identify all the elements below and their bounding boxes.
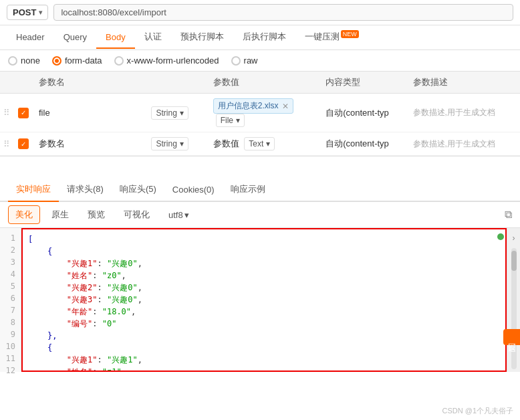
url-input[interactable] bbox=[53, 4, 513, 21]
subtab-beautify[interactable]: 美化 bbox=[8, 205, 40, 224]
check-icon: ✓ bbox=[18, 138, 29, 149]
check-col-header bbox=[13, 78, 33, 87]
radio-urlencoded[interactable]: x-www-form-urlencoded bbox=[114, 56, 219, 66]
param-type-2[interactable]: String ▾ bbox=[146, 132, 207, 155]
param-desc-file[interactable]: 参数描述,用于生成文档 bbox=[408, 102, 520, 123]
radio-circle-raw bbox=[231, 56, 241, 66]
new-badge: NEW bbox=[341, 30, 359, 38]
scrollbar-track[interactable] bbox=[511, 248, 517, 369]
radio-circle-urlencoded bbox=[114, 56, 124, 66]
string-badge-2[interactable]: String ▾ bbox=[151, 137, 188, 150]
param-type-file[interactable]: String ▾ bbox=[146, 102, 207, 124]
json-response-area: 123456789101112 [ { "兴趣1": "兴趣0", "姓名": … bbox=[0, 228, 520, 372]
scrollbar-thumb[interactable] bbox=[511, 251, 517, 271]
tab-stress-test[interactable]: 一键压测NEW bbox=[295, 25, 368, 49]
tab-response-headers[interactable]: 响应头(5) bbox=[112, 178, 164, 202]
file-tag: 用户信息表2.xlsx ✕ bbox=[213, 98, 294, 114]
string-badge[interactable]: String ▾ bbox=[151, 106, 188, 120]
drag-handle[interactable]: ⠿ bbox=[0, 134, 13, 154]
param-name-2[interactable]: 参数名 bbox=[33, 133, 146, 154]
text-type-badge[interactable]: Text ▾ bbox=[244, 138, 275, 148]
tab-realtime-response[interactable]: 实时响应 bbox=[8, 178, 59, 202]
response-tabs: 实时响应 请求头(8) 响应头(5) Cookies(0) 响应示例 bbox=[0, 178, 520, 202]
subtab-encoding[interactable]: utf8 ▾ bbox=[161, 207, 197, 223]
param-desc-2[interactable]: 参数描述,用于生成文档 bbox=[408, 134, 520, 154]
tab-query[interactable]: Query bbox=[54, 27, 96, 49]
radio-form-data[interactable]: form-data bbox=[52, 56, 102, 66]
params-table: 参数名 参数值 内容类型 参数描述 ⠿ ✓ file String ▾ 用户信息… bbox=[0, 72, 520, 156]
file-type-badge[interactable]: File ▾ bbox=[216, 115, 245, 125]
type-dropdown-arrow[interactable]: ▾ bbox=[180, 108, 184, 118]
table-row: ⠿ ✓ 参数名 String ▾ 参数值 Text ▾ 自动(content-t… bbox=[0, 132, 520, 156]
value-col-header: 参数值 bbox=[208, 72, 320, 93]
auto-type-2: 自动(content-typ bbox=[320, 133, 407, 154]
subtab-preview[interactable]: 预览 bbox=[80, 205, 112, 224]
param-value-file[interactable]: 用户信息表2.xlsx ✕ File ▾ bbox=[208, 94, 320, 132]
name-col-header: 参数名 bbox=[33, 72, 146, 93]
method-label: POST bbox=[13, 7, 36, 17]
method-selector[interactable]: POST ▾ bbox=[7, 5, 48, 20]
auto-type-file: 自动(content-typ bbox=[320, 102, 407, 124]
table-row: ⠿ ✓ file String ▾ 用户信息表2.xlsx ✕ File ▾ 自… bbox=[0, 94, 520, 132]
tab-body[interactable]: Body bbox=[96, 27, 135, 49]
param-value-2[interactable]: 参数值 Text ▾ bbox=[208, 132, 320, 155]
json-content[interactable]: [ { "兴趣1": "兴趣0", "姓名": "z0", "兴趣2": "兴趣… bbox=[21, 228, 507, 372]
radio-label-form-data: form-data bbox=[65, 56, 102, 66]
check-icon: ✓ bbox=[18, 108, 29, 118]
row-checkbox-1[interactable]: ✓ bbox=[13, 102, 33, 123]
watermark: CSDN @1个凡夫俗子 bbox=[442, 406, 513, 416]
tab-post-script[interactable]: 后执行脚本 bbox=[233, 25, 295, 49]
tab-cookies[interactable]: Cookies(0) bbox=[164, 179, 223, 201]
radio-circle-none bbox=[8, 56, 17, 66]
radio-label-urlencoded: x-www-form-urlencoded bbox=[127, 56, 219, 66]
subtab-visualize[interactable]: 可视化 bbox=[116, 205, 157, 224]
format-tabs: 美化 原生 预览 可视化 utf8 ▾ ⧉ bbox=[0, 202, 520, 228]
body-type-selector: none form-data x-www-form-urlencoded raw bbox=[0, 50, 520, 72]
tab-request-headers[interactable]: 请求头(8) bbox=[59, 178, 112, 202]
tab-auth[interactable]: 认证 bbox=[135, 25, 171, 49]
scroll-up-icon[interactable]: › bbox=[510, 231, 518, 245]
remove-file-icon[interactable]: ✕ bbox=[282, 102, 289, 111]
encoding-arrow[interactable]: ▾ bbox=[184, 210, 189, 220]
radio-circle-form-data bbox=[52, 56, 61, 66]
radio-label-none: none bbox=[21, 56, 40, 66]
tab-response-example[interactable]: 响应示例 bbox=[223, 178, 273, 202]
return-button[interactable]: 返回 bbox=[503, 329, 520, 345]
tab-header[interactable]: Header bbox=[7, 27, 54, 49]
file-name: 用户信息表2.xlsx bbox=[218, 100, 279, 112]
copy-icon[interactable]: ⧉ bbox=[505, 209, 512, 221]
radio-none[interactable]: none bbox=[8, 56, 40, 66]
radio-label-raw: raw bbox=[244, 56, 258, 66]
type-col-header bbox=[146, 78, 207, 87]
value-text-2: 参数值 bbox=[213, 138, 239, 148]
tab-pre-script[interactable]: 预执行脚本 bbox=[171, 25, 233, 49]
drag-handle[interactable]: ⠿ bbox=[0, 103, 13, 122]
spacer bbox=[0, 156, 520, 177]
subtab-raw[interactable]: 原生 bbox=[44, 205, 76, 224]
table-header-row: 参数名 参数值 内容类型 参数描述 bbox=[0, 72, 520, 94]
row-checkbox-2[interactable]: ✓ bbox=[13, 134, 33, 154]
line-numbers: 123456789101112 bbox=[0, 228, 21, 372]
content-type-col-header: 内容类型 bbox=[320, 72, 407, 93]
param-name-file[interactable]: file bbox=[33, 103, 146, 122]
type-badge-label-2: String bbox=[156, 139, 176, 148]
type-badge-label: String bbox=[156, 108, 176, 118]
method-arrow: ▾ bbox=[39, 9, 42, 16]
url-bar: POST ▾ bbox=[0, 0, 520, 25]
desc-col-header: 参数描述 bbox=[408, 72, 520, 93]
main-tabs: Header Query Body 认证 预执行脚本 后执行脚本 一键压测NEW bbox=[0, 25, 520, 50]
drag-col-header bbox=[0, 78, 13, 87]
right-panel: › bbox=[507, 228, 520, 372]
radio-raw[interactable]: raw bbox=[231, 56, 258, 66]
type-dropdown-arrow-2[interactable]: ▾ bbox=[180, 139, 184, 148]
status-green-dot bbox=[497, 233, 504, 240]
